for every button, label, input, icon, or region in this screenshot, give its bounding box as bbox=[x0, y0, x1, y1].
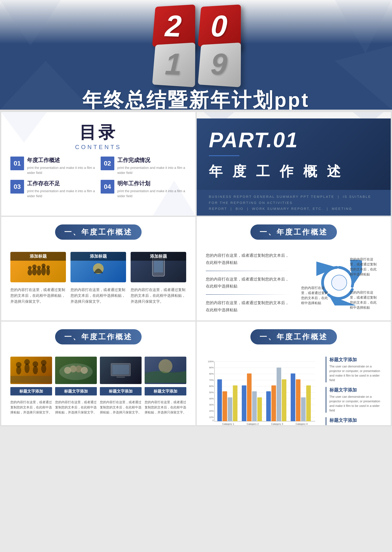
part-footer-text: BUSINESS REPORT GENERAL SUMMARY PPT TEMP… bbox=[209, 194, 379, 212]
legend-block-2: 标题文字添加 The user can demonstrate on a pro… bbox=[326, 387, 382, 413]
main-title: 年终总结暨新年计划ppt bbox=[82, 87, 309, 110]
svg-point-11 bbox=[32, 264, 36, 269]
text-block-5-1: 您的内容打在这里，或者通过复制您的文本后，在此框中选择粘贴 bbox=[206, 252, 291, 266]
part-number: PART.01 bbox=[209, 127, 379, 152]
svg-text:Category 3: Category 3 bbox=[271, 423, 283, 425]
svg-point-13 bbox=[37, 266, 41, 269]
slide5-right: 您的内容打在这里，或者通过复制您的文本后，在此框中选择粘贴 您的内容打在这里，或… bbox=[297, 252, 382, 313]
part-footer: BUSINESS REPORT GENERAL SUMMARY PPT TEMP… bbox=[197, 190, 391, 216]
image-6-4 bbox=[145, 357, 186, 384]
four-text-row: 您的内容打在这里，或者通过复制您的文本后，在此框中选择粘贴，并选择只保留文字。 … bbox=[10, 400, 186, 415]
svg-rect-78 bbox=[271, 385, 276, 421]
svg-marker-1 bbox=[335, 0, 392, 53]
svg-text:100%: 100% bbox=[208, 360, 214, 363]
svg-rect-79 bbox=[276, 368, 281, 421]
image-6-3 bbox=[100, 357, 142, 384]
svg-point-17 bbox=[46, 265, 50, 269]
legend-block-title-3: 标题文字添加 bbox=[329, 417, 382, 424]
svg-text:40%: 40% bbox=[209, 397, 214, 400]
svg-marker-5 bbox=[153, 181, 195, 215]
svg-point-34 bbox=[59, 363, 92, 380]
chart-label-top: 您的内容打在这里，或者通过复制您的文本后，在此框中选择粘贴 bbox=[350, 257, 377, 277]
svg-point-12 bbox=[37, 269, 41, 276]
svg-marker-3 bbox=[335, 46, 392, 110]
svg-marker-4 bbox=[1, 112, 47, 142]
slide-5-circular: 一、年度工作概述 您的内容打在这里，或者通过复制您的文本后，在此框中选择粘贴 您… bbox=[197, 217, 391, 320]
svg-marker-6 bbox=[197, 112, 242, 119]
svg-rect-75 bbox=[257, 397, 262, 421]
legend-block-text-3: The user can demonstrate on a projector … bbox=[329, 425, 382, 425]
image-6-2 bbox=[55, 357, 97, 384]
svg-rect-20 bbox=[154, 260, 163, 272]
slide-2-contents: 目录 CONTENTS 01 年度工作概述 print the presenta… bbox=[1, 112, 196, 216]
svg-rect-68 bbox=[222, 391, 227, 421]
slides-grid: 目录 CONTENTS 01 年度工作概述 print the presenta… bbox=[0, 111, 392, 426]
svg-text:20%: 20% bbox=[209, 410, 214, 412]
image-4-3: 添加标题 bbox=[131, 252, 186, 282]
legend-block-title-2: 标题文字添加 bbox=[329, 387, 382, 393]
svg-text:Category 4: Category 4 bbox=[296, 423, 308, 425]
svg-rect-70 bbox=[233, 385, 237, 421]
caption-6-4: 您的内容打在这里，或者通过复制您的文本后，在此框中选择粘贴，并选择只保留文字。 bbox=[145, 400, 186, 415]
caption-6-3: 您的内容打在这里，或者通过复制您的文本后，在此框中选择粘贴，并选择只保留文字。 bbox=[100, 400, 142, 415]
svg-marker-0 bbox=[0, 0, 61, 46]
caption-4-2: 您的内容打在这里，或者通过复制您的文本后，在此框中选择粘贴，并选择只保留文字。 bbox=[70, 287, 126, 304]
svg-marker-2 bbox=[0, 61, 91, 110]
image-row-4: 添加标题 添加标题 bbox=[10, 252, 186, 282]
caption-6-2: 您的内容打在这里，或者通过复制您的文本后，在此框中选择粘贴，并选择只保留文字。 bbox=[55, 400, 97, 415]
svg-point-24 bbox=[332, 275, 347, 290]
chart-label-right: 您的内容打在这里，或者通过复制您的文本后，在此框中选择粘贴 bbox=[350, 290, 377, 310]
section-title-7: 一、年度工作概述 bbox=[250, 329, 337, 344]
svg-text:Category 2: Category 2 bbox=[247, 423, 259, 425]
image-label-4-2: 添加标题 bbox=[70, 252, 126, 261]
label-6-3: 标题文字添加 bbox=[100, 387, 142, 396]
svg-point-30 bbox=[33, 366, 38, 374]
svg-text:10%: 10% bbox=[209, 416, 214, 418]
svg-rect-85 bbox=[306, 385, 311, 421]
slide7-content: 100% 90% 80% 70% 60% 50% 40% 30% 20% 10%… bbox=[206, 357, 382, 425]
svg-rect-67 bbox=[217, 379, 222, 421]
bar-chart-svg: 100% 90% 80% 70% 60% 50% 40% 30% 20% 10%… bbox=[206, 357, 318, 425]
chart-legend-right: 标题文字添加 The user can demonstrate on a pro… bbox=[326, 357, 382, 425]
legend-block-3: 标题文字添加 The user can demonstrate on a pro… bbox=[326, 417, 382, 425]
svg-text:30%: 30% bbox=[209, 403, 214, 406]
label-6-1: 标题文字添加 bbox=[10, 387, 52, 396]
svg-rect-41 bbox=[116, 377, 125, 378]
slide5-content: 您的内容打在这里，或者通过复制您的文本后，在此框中选择粘贴 您的内容打在这里，或… bbox=[206, 252, 382, 313]
svg-rect-40 bbox=[112, 365, 129, 375]
svg-marker-7 bbox=[345, 112, 391, 119]
svg-point-38 bbox=[81, 367, 88, 374]
slide-1-title: 2 0 1 9 bbox=[0, 0, 392, 110]
image-label-4-1: 添加标题 bbox=[10, 252, 66, 261]
chart-label-left: 您的内容打在这里，或者通过复制您的文本后，在此框中选择粘贴 bbox=[301, 285, 329, 305]
svg-point-16 bbox=[46, 268, 50, 276]
section-title-6: 一、年度工作概述 bbox=[55, 329, 142, 344]
part-zh-title: 年 度 工 作 概 述 bbox=[209, 162, 379, 181]
svg-point-14 bbox=[41, 266, 46, 276]
slide-6-four-images: 一、年度工作概述 bbox=[1, 322, 196, 425]
section-title-5: 一、年度工作概述 bbox=[250, 225, 337, 240]
svg-point-28 bbox=[25, 363, 29, 373]
slide5-left: 您的内容打在这里，或者通过复制您的文本后，在此框中选择粘贴 您的内容打在这里，或… bbox=[206, 252, 291, 313]
legend-block-text-2: The user can demonstrate on a projector … bbox=[329, 394, 382, 413]
image-4-2: 添加标题 bbox=[70, 252, 126, 282]
svg-rect-33 bbox=[10, 376, 52, 383]
svg-point-9 bbox=[28, 266, 32, 270]
caption-4-1: 您的内容打在这里，或者通过复制您的文本后，在此框中选择粘贴，并选择只保留文字。 bbox=[10, 287, 66, 304]
svg-text:80%: 80% bbox=[209, 372, 214, 375]
image-label-4-3: 添加标题 bbox=[131, 252, 186, 261]
slide-7-bar-chart: 一、年度工作概述 100% 90% 80% 70% 60% 50% 40% 30… bbox=[197, 322, 391, 425]
label-6-2: 标题文字添加 bbox=[55, 387, 97, 396]
svg-point-15 bbox=[42, 264, 46, 268]
svg-point-26 bbox=[16, 366, 21, 375]
legend-block-title-1: 标题文字添加 bbox=[329, 357, 382, 363]
text-block-5-2: 您的内容打在这里，或者通过复制您的文本后，在此框中选择粘贴 bbox=[206, 276, 291, 290]
svg-rect-69 bbox=[228, 397, 232, 421]
svg-rect-74 bbox=[252, 391, 257, 421]
legend-block-text-1: The user can demonstrate on a projector … bbox=[329, 364, 382, 382]
svg-text:0: 0 bbox=[212, 419, 214, 422]
caption-4-3: 您的内容打在这里，或者通过复制您的文本后，在此框中选择粘贴，并选择只保留文字。 bbox=[131, 287, 186, 304]
image-4-1: 添加标题 bbox=[10, 252, 66, 282]
svg-rect-73 bbox=[247, 374, 252, 421]
svg-rect-77 bbox=[266, 391, 271, 421]
